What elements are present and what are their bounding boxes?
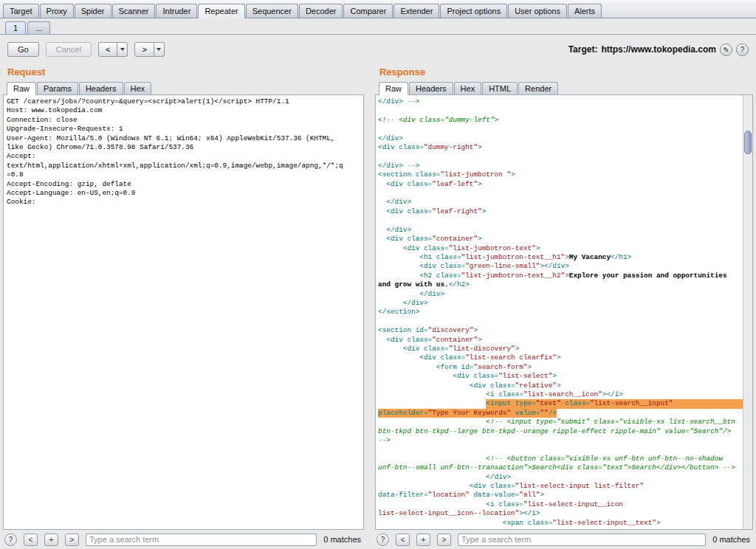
code-line: </div> --> <box>378 162 743 170</box>
request-panel: Request RawParamsHeadersHex GET /careers… <box>0 64 367 549</box>
repeater-tabbar: 1... <box>0 18 756 35</box>
code-line: <div class="list-jumbotron-text"> <box>378 244 743 253</box>
code-line <box>378 216 743 225</box>
main-tab-decoder[interactable]: Decoder <box>299 4 343 18</box>
code-line: GET /careers/jobs/?country=&query=<scrip… <box>7 97 363 106</box>
panel-splitter[interactable] <box>367 64 372 549</box>
response-editor[interactable]: </div> --> <!-- <div class="dummy-left">… <box>375 94 753 530</box>
request-tabbar: RawParamsHeadersHex <box>0 80 367 94</box>
request-tab-params[interactable]: Params <box>37 82 78 94</box>
main-tab-proxy[interactable]: Proxy <box>40 4 74 18</box>
target-url: https://www.tokopedia.com <box>601 44 716 55</box>
code-line <box>378 125 743 134</box>
burp-window: TargetProxySpiderScannerIntruderRepeater… <box>0 0 756 549</box>
code-line: list-select-input__icon--location"></i> <box>378 509 743 518</box>
main-tab-spider[interactable]: Spider <box>75 4 111 18</box>
main-tab-alerts[interactable]: Alerts <box>568 4 602 18</box>
search-add-button[interactable]: + <box>416 534 430 546</box>
code-line: </div> <box>378 134 743 143</box>
code-line <box>378 317 743 326</box>
code-line: <div class="relative"> <box>378 381 743 390</box>
request-code[interactable]: GET /careers/jobs/?country=&query=<scrip… <box>4 95 363 529</box>
code-line: <input type="text" class="list-search__i… <box>378 399 743 408</box>
code-line: <!-- <input type="submit" class="visible… <box>378 418 743 427</box>
response-tab-html[interactable]: HTML <box>482 82 518 94</box>
request-search-input[interactable] <box>86 534 317 546</box>
code-line: Accept-Encoding: gzip, deflate <box>7 180 363 189</box>
code-line: unf-btn--small unf-btn--transaction">Sea… <box>378 463 743 472</box>
code-line: Upgrade-Insecure-Requests: 1 <box>7 125 363 134</box>
code-line: placeholder="Type Your Keywords" value="… <box>378 409 743 418</box>
main-tab-user-options[interactable]: User options <box>508 4 567 18</box>
repeater-tab-more[interactable]: ... <box>27 21 50 34</box>
main-tab-extender[interactable]: Extender <box>394 4 439 18</box>
code-line: <h1 class="list-jumbotron-text__h1">My V… <box>378 253 743 262</box>
caret-down-icon <box>120 48 125 51</box>
go-button[interactable]: Go <box>7 42 39 57</box>
code-line: <div class="leaf-left"> <box>378 180 743 189</box>
code-line: like Gecko) Chrome/71.0.3578.98 Safari/5… <box>7 143 363 152</box>
edit-target-button[interactable]: ✎ <box>720 44 732 56</box>
response-tab-raw[interactable]: Raw <box>379 82 408 95</box>
code-line <box>378 189 743 198</box>
next-request-button[interactable]: > <box>134 42 154 57</box>
target-area: Target: https://www.tokopedia.com ✎ ? <box>568 44 749 56</box>
main-tab-repeater[interactable]: Repeater <box>198 4 244 18</box>
code-line: <div class="leaf-right"> <box>378 207 743 216</box>
request-tab-headers[interactable]: Headers <box>79 82 123 94</box>
code-line: <h2 class="list-jumbotron-text__h2">Expl… <box>378 272 743 280</box>
request-tab-raw[interactable]: Raw <box>7 82 36 95</box>
prev-request-button[interactable]: < <box>98 42 117 57</box>
code-line: Cookie: <box>7 198 363 207</box>
code-line: </div> <box>378 299 743 308</box>
prev-request-dropdown[interactable] <box>117 42 128 57</box>
request-editor[interactable]: GET /careers/jobs/?country=&query=<scrip… <box>3 94 364 530</box>
code-line: <form id="search-form"> <box>378 363 743 372</box>
response-tabbar: RawHeadersHexHTMLRender <box>372 80 756 94</box>
cancel-button[interactable]: Cancel <box>46 42 92 57</box>
code-line: User-Agent: Mozilla/5.0 (Windows NT 6.1;… <box>7 134 363 143</box>
code-line: <section class="list-jumbotron "> <box>378 170 743 179</box>
next-request-dropdown[interactable] <box>154 42 165 57</box>
response-tab-render[interactable]: Render <box>518 82 558 94</box>
code-line: =0.8 <box>7 170 363 179</box>
code-line: Accept-Language: en-US,en;q=0.9 <box>7 189 363 198</box>
main-tabbar: TargetProxySpiderScannerIntruderRepeater… <box>0 0 756 18</box>
main-tab-comparer[interactable]: Comparer <box>343 4 393 18</box>
code-line: Host: www.tokopedia.com <box>7 106 363 115</box>
code-line: </div> <box>378 226 743 235</box>
main-tab-intruder[interactable]: Intruder <box>156 4 197 18</box>
response-scrollbar[interactable] <box>743 95 752 529</box>
main-tab-scanner[interactable]: Scanner <box>112 4 156 18</box>
code-line: Accept: <box>7 152 363 161</box>
toolbar-help-button[interactable]: ? <box>736 44 749 56</box>
search-prev-button[interactable]: < <box>24 534 38 546</box>
code-line: <!-- <button class="visible-xs unf-btn u… <box>378 455 743 463</box>
code-line: and grow with us.</h2> <box>378 280 743 289</box>
next-request-splitbutton: > <box>134 42 164 57</box>
repeater-tab-1[interactable]: 1 <box>5 21 26 34</box>
main-tab-project-options[interactable]: Project options <box>440 4 507 18</box>
main-tab-target[interactable]: Target <box>3 4 39 18</box>
help-icon: ? <box>740 46 745 54</box>
scrollbar-thumb[interactable] <box>744 131 752 154</box>
caret-down-icon <box>157 48 161 51</box>
request-response-panels: Request RawParamsHeadersHex GET /careers… <box>0 64 756 549</box>
response-search-input[interactable] <box>458 534 706 546</box>
search-add-button[interactable]: + <box>44 534 58 546</box>
request-tab-hex[interactable]: Hex <box>124 82 152 94</box>
response-tab-headers[interactable]: Headers <box>409 82 453 94</box>
code-line: </div> --> <box>378 97 743 106</box>
response-code[interactable]: </div> --> <!-- <div class="dummy-left">… <box>376 95 743 529</box>
response-tab-hex[interactable]: Hex <box>454 82 482 94</box>
code-line: <div class="list-search clearfix"> <box>378 353 743 362</box>
search-next-button[interactable]: > <box>65 534 79 546</box>
main-tab-sequencer[interactable]: Sequencer <box>246 4 298 18</box>
search-help-button[interactable]: ? <box>377 534 389 546</box>
code-line: <span class="list-select-input__text"> <box>378 519 743 528</box>
code-line: <i class="list-search__icon"></i> <box>378 390 743 399</box>
search-prev-button[interactable]: < <box>396 534 410 546</box>
search-help-button[interactable]: ? <box>4 534 17 546</box>
search-next-button[interactable]: > <box>437 534 451 546</box>
code-line: </div> <box>378 290 743 299</box>
